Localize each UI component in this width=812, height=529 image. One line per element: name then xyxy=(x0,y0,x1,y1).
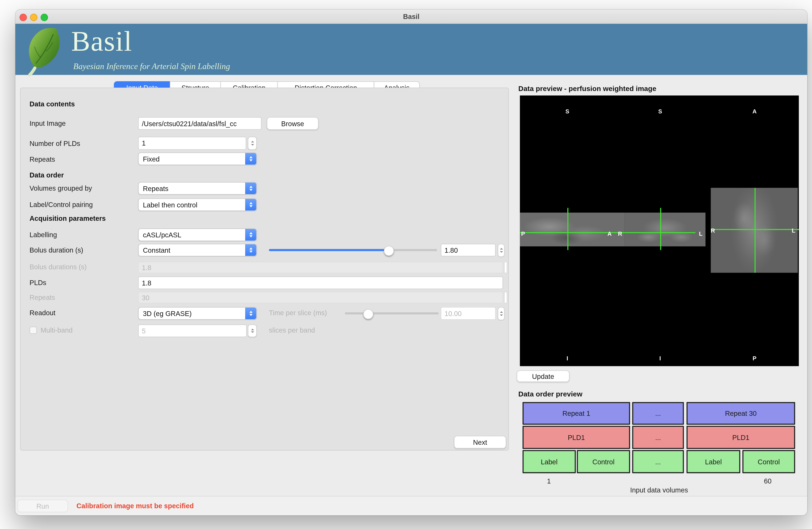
number-of-plds-field[interactable]: 1 xyxy=(138,137,246,150)
update-label: Update xyxy=(532,372,554,380)
app-window: Basil Basil Bayesian Inference for Arter… xyxy=(15,10,808,515)
repeats-count-field[interactable]: 30 xyxy=(138,292,503,303)
screen: Basil Basil Bayesian Inference for Arter… xyxy=(0,0,812,529)
titlebar[interactable]: Basil xyxy=(15,10,808,24)
chevron-up-down-icon xyxy=(245,153,256,165)
order-block-ellipsis: ... xyxy=(632,402,684,425)
data-order-preview-title: Data order preview xyxy=(518,390,582,398)
app-subtitle: Bayesian Inference for Arterial Spin Lab… xyxy=(73,62,230,71)
bolus-durations-field[interactable]: 1.8 xyxy=(138,262,503,273)
crosshair-line xyxy=(755,188,755,273)
labelling-value: cASL/pcASL xyxy=(139,229,245,241)
chevron-up-down-icon xyxy=(245,308,256,319)
label-control-pairing-select[interactable]: Label then control xyxy=(138,198,257,211)
bolus-durations-field-end xyxy=(504,262,507,273)
orientation-marker: R xyxy=(711,227,715,234)
label-control-pairing-label: Label/Control pairing xyxy=(30,201,93,209)
chevron-up-down-icon xyxy=(245,229,256,241)
sagittal-slice[interactable] xyxy=(520,213,624,246)
chevron-up-down-icon xyxy=(245,183,256,194)
slices-per-band-label: slices per band xyxy=(269,326,315,334)
number-of-plds-label: Number of PLDs xyxy=(30,140,80,147)
order-block-control: Control xyxy=(577,450,630,473)
orientation-marker: I xyxy=(567,355,568,361)
order-block-label: Label xyxy=(523,450,576,473)
time-per-slice-spinbox[interactable]: 10.00 xyxy=(441,307,496,319)
multi-band-label: Multi-band xyxy=(41,326,73,334)
plds-field[interactable]: 1.8 xyxy=(138,276,503,289)
chevron-up-down-icon xyxy=(245,199,256,210)
slider-thumb[interactable] xyxy=(384,245,394,256)
multi-band-stepper-icon[interactable] xyxy=(248,324,257,337)
axial-slice[interactable] xyxy=(711,188,798,273)
orthographic-brain-preview[interactable]: S S A I I P P A R L R L xyxy=(520,96,799,366)
volumes-grouped-by-select[interactable]: Repeats xyxy=(138,182,257,195)
orientation-marker: P xyxy=(753,355,756,361)
update-button[interactable]: Update xyxy=(517,370,569,382)
time-per-slice-label: Time per slice (ms) xyxy=(269,309,327,317)
bolus-duration-mode-value: Constant xyxy=(139,244,245,256)
repeats-count-label: Repeats xyxy=(30,294,55,302)
volume-start-number: 1 xyxy=(547,477,551,485)
readout-value: 3D (eg GRASE) xyxy=(139,308,245,319)
bolus-duration-slider[interactable] xyxy=(269,244,437,256)
order-block-control: Control xyxy=(742,450,795,473)
labelling-label: Labelling xyxy=(30,231,57,239)
orientation-marker: I xyxy=(659,355,661,361)
crosshair-line xyxy=(567,208,568,250)
repeats-mode-value: Fixed xyxy=(139,153,245,165)
next-label: Next xyxy=(473,438,487,446)
data-preview-title: Data preview - perfusion weighted image xyxy=(518,85,656,92)
section-data-order: Data order xyxy=(30,171,64,179)
repeats-mode-select[interactable]: Fixed xyxy=(138,153,257,165)
multi-band-checkbox[interactable] xyxy=(30,327,37,334)
validation-warning: Calibration image must be specified xyxy=(76,502,194,510)
bolus-durations-label: Bolus durations (s) xyxy=(30,263,87,271)
run-label: Run xyxy=(37,502,49,510)
browse-button[interactable]: Browse xyxy=(267,117,318,130)
readout-label: Readout xyxy=(30,309,56,317)
readout-select[interactable]: 3D (eg GRASE) xyxy=(138,307,257,319)
slider-thumb[interactable] xyxy=(363,309,373,319)
order-block-ellipsis: ... xyxy=(632,450,684,473)
multi-band-field[interactable]: 5 xyxy=(138,324,247,337)
crosshair-line xyxy=(660,208,661,250)
volumes-grouped-by-value: Repeats xyxy=(139,183,245,194)
basil-leaf-logo xyxy=(17,23,72,78)
time-per-slice-slider[interactable] xyxy=(345,307,438,319)
volumes-grouped-by-label: Volumes grouped by xyxy=(30,184,92,192)
order-block-pld1: PLD1 xyxy=(523,426,630,449)
number-of-plds-stepper-icon[interactable] xyxy=(248,137,257,150)
orientation-marker: R xyxy=(618,231,622,237)
orientation-marker: P xyxy=(521,231,525,237)
volume-end-number: 60 xyxy=(764,477,771,485)
bolus-duration-spinbox[interactable]: 1.80 xyxy=(441,244,496,256)
time-per-slice-stepper-icon[interactable] xyxy=(498,307,505,320)
repeats-count-field-end xyxy=(504,292,507,303)
next-button[interactable]: Next xyxy=(454,436,506,448)
orientation-marker: S xyxy=(565,108,569,115)
window-title: Basil xyxy=(15,10,808,24)
orientation-marker: S xyxy=(658,108,662,115)
repeats-mode-label: Repeats xyxy=(30,155,55,163)
plds-label: PLDs xyxy=(30,279,46,287)
orientation-marker: L xyxy=(699,231,702,237)
order-block-pld1: PLD1 xyxy=(686,426,795,449)
bolus-duration-stepper-icon[interactable] xyxy=(498,244,505,257)
coronal-slice[interactable] xyxy=(624,213,706,246)
order-block-repeat-1: Repeat 1 xyxy=(523,402,630,425)
input-data-volumes-caption: Input data volumes xyxy=(630,486,688,494)
run-button[interactable]: Run xyxy=(17,500,68,512)
bolus-duration-label: Bolus duration (s) xyxy=(30,246,83,254)
app-banner: Basil Bayesian Inference for Arterial Sp… xyxy=(15,24,808,75)
labelling-select[interactable]: cASL/pcASL xyxy=(138,228,257,241)
label-control-pairing-value: Label then control xyxy=(139,199,245,210)
input-image-field[interactable]: /Users/ctsu0221/data/asl/fsl_cc xyxy=(138,117,261,130)
browse-label: Browse xyxy=(281,119,304,128)
orientation-marker: L xyxy=(792,227,795,234)
bolus-duration-mode-select[interactable]: Constant xyxy=(138,244,257,256)
orientation-marker: A xyxy=(608,231,612,237)
orientation-marker: A xyxy=(752,108,756,115)
section-data-contents: Data contents xyxy=(30,100,75,108)
crosshair-line xyxy=(711,229,799,230)
